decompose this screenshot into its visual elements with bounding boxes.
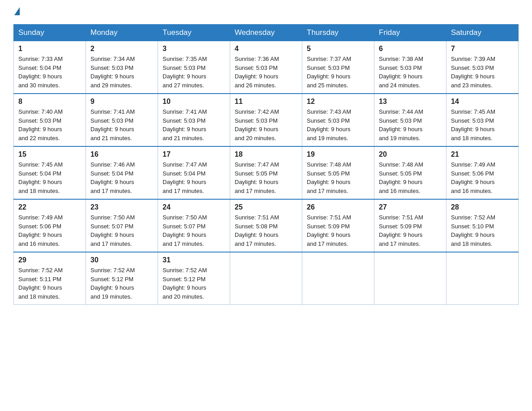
day-cell: 27 Sunrise: 7:51 AM Sunset: 5:09 PM Dayl… bbox=[374, 199, 446, 252]
day-cell: 6 Sunrise: 7:38 AM Sunset: 5:03 PM Dayli… bbox=[374, 41, 446, 94]
day-number: 10 bbox=[163, 98, 225, 106]
week-row-3: 15 Sunrise: 7:45 AM Sunset: 5:04 PM Dayl… bbox=[14, 146, 519, 199]
week-row-4: 22 Sunrise: 7:49 AM Sunset: 5:06 PM Dayl… bbox=[14, 199, 519, 252]
day-info: Sunrise: 7:35 AM Sunset: 5:03 PM Dayligh… bbox=[163, 55, 225, 90]
day-number: 3 bbox=[163, 45, 225, 53]
day-number: 27 bbox=[379, 203, 442, 211]
day-number: 13 bbox=[379, 98, 442, 106]
day-cell: 11 Sunrise: 7:42 AM Sunset: 5:03 PM Dayl… bbox=[230, 94, 302, 146]
day-cell: 13 Sunrise: 7:44 AM Sunset: 5:03 PM Dayl… bbox=[374, 94, 446, 146]
day-info: Sunrise: 7:45 AM Sunset: 5:04 PM Dayligh… bbox=[18, 160, 81, 195]
day-info: Sunrise: 7:48 AM Sunset: 5:05 PM Dayligh… bbox=[379, 160, 442, 195]
logo-triangle-icon bbox=[14, 7, 20, 15]
day-info: Sunrise: 7:36 AM Sunset: 5:03 PM Dayligh… bbox=[235, 55, 297, 90]
day-number: 17 bbox=[163, 150, 225, 158]
day-cell: 7 Sunrise: 7:39 AM Sunset: 5:03 PM Dayli… bbox=[446, 41, 519, 94]
header-cell-sunday: Sunday bbox=[14, 25, 86, 41]
day-number: 20 bbox=[379, 150, 442, 158]
calendar-body: 1 Sunrise: 7:33 AM Sunset: 5:04 PM Dayli… bbox=[14, 41, 519, 305]
header-row: SundayMondayTuesdayWednesdayThursdayFrid… bbox=[14, 25, 519, 41]
calendar-table: SundayMondayTuesdayWednesdayThursdayFrid… bbox=[13, 24, 519, 305]
day-cell: 3 Sunrise: 7:35 AM Sunset: 5:03 PM Dayli… bbox=[158, 41, 230, 94]
day-cell: 8 Sunrise: 7:40 AM Sunset: 5:03 PM Dayli… bbox=[14, 94, 86, 146]
day-number: 7 bbox=[451, 45, 514, 53]
day-info: Sunrise: 7:47 AM Sunset: 5:04 PM Dayligh… bbox=[163, 160, 225, 195]
day-info: Sunrise: 7:45 AM Sunset: 5:03 PM Dayligh… bbox=[451, 107, 514, 142]
day-number: 26 bbox=[307, 203, 369, 211]
day-info: Sunrise: 7:51 AM Sunset: 5:08 PM Dayligh… bbox=[235, 213, 297, 248]
day-number: 31 bbox=[163, 256, 225, 264]
day-info: Sunrise: 7:41 AM Sunset: 5:03 PM Dayligh… bbox=[90, 107, 153, 142]
day-number: 5 bbox=[307, 45, 369, 53]
day-number: 29 bbox=[18, 256, 81, 264]
day-info: Sunrise: 7:33 AM Sunset: 5:04 PM Dayligh… bbox=[18, 55, 81, 90]
week-row-1: 1 Sunrise: 7:33 AM Sunset: 5:04 PM Dayli… bbox=[14, 41, 519, 94]
day-number: 4 bbox=[235, 45, 297, 53]
day-info: Sunrise: 7:52 AM Sunset: 5:12 PM Dayligh… bbox=[163, 266, 225, 301]
day-number: 1 bbox=[18, 45, 81, 53]
day-cell bbox=[374, 252, 446, 305]
day-cell: 15 Sunrise: 7:45 AM Sunset: 5:04 PM Dayl… bbox=[14, 146, 86, 199]
header-cell-tuesday: Tuesday bbox=[158, 25, 230, 41]
day-cell bbox=[302, 252, 374, 305]
day-number: 23 bbox=[90, 203, 153, 211]
day-info: Sunrise: 7:39 AM Sunset: 5:03 PM Dayligh… bbox=[451, 55, 514, 90]
day-info: Sunrise: 7:38 AM Sunset: 5:03 PM Dayligh… bbox=[379, 55, 442, 90]
day-cell: 5 Sunrise: 7:37 AM Sunset: 5:03 PM Dayli… bbox=[302, 41, 374, 94]
day-number: 8 bbox=[18, 98, 81, 106]
day-number: 19 bbox=[307, 150, 369, 158]
day-cell: 30 Sunrise: 7:52 AM Sunset: 5:12 PM Dayl… bbox=[86, 252, 158, 305]
day-info: Sunrise: 7:40 AM Sunset: 5:03 PM Dayligh… bbox=[18, 107, 81, 142]
day-cell: 16 Sunrise: 7:46 AM Sunset: 5:04 PM Dayl… bbox=[86, 146, 158, 199]
day-cell: 29 Sunrise: 7:52 AM Sunset: 5:11 PM Dayl… bbox=[14, 252, 86, 305]
day-number: 15 bbox=[18, 150, 81, 158]
day-number: 30 bbox=[90, 256, 153, 264]
header-cell-saturday: Saturday bbox=[446, 25, 519, 41]
day-info: Sunrise: 7:37 AM Sunset: 5:03 PM Dayligh… bbox=[307, 55, 369, 90]
day-number: 16 bbox=[90, 150, 153, 158]
day-cell bbox=[230, 252, 302, 305]
header-cell-monday: Monday bbox=[86, 25, 158, 41]
day-number: 14 bbox=[451, 98, 514, 106]
day-info: Sunrise: 7:47 AM Sunset: 5:05 PM Dayligh… bbox=[235, 160, 297, 195]
day-number: 12 bbox=[307, 98, 369, 106]
day-cell: 19 Sunrise: 7:48 AM Sunset: 5:05 PM Dayl… bbox=[302, 146, 374, 199]
day-cell: 20 Sunrise: 7:48 AM Sunset: 5:05 PM Dayl… bbox=[374, 146, 446, 199]
day-info: Sunrise: 7:51 AM Sunset: 5:09 PM Dayligh… bbox=[307, 213, 369, 248]
day-info: Sunrise: 7:42 AM Sunset: 5:03 PM Dayligh… bbox=[235, 107, 297, 142]
day-cell: 17 Sunrise: 7:47 AM Sunset: 5:04 PM Dayl… bbox=[158, 146, 230, 199]
day-number: 9 bbox=[90, 98, 153, 106]
calendar-header: SundayMondayTuesdayWednesdayThursdayFrid… bbox=[14, 25, 519, 41]
day-cell: 4 Sunrise: 7:36 AM Sunset: 5:03 PM Dayli… bbox=[230, 41, 302, 94]
day-number: 21 bbox=[451, 150, 514, 158]
day-cell: 14 Sunrise: 7:45 AM Sunset: 5:03 PM Dayl… bbox=[446, 94, 519, 146]
day-cell: 12 Sunrise: 7:43 AM Sunset: 5:03 PM Dayl… bbox=[302, 94, 374, 146]
day-info: Sunrise: 7:52 AM Sunset: 5:12 PM Dayligh… bbox=[90, 266, 153, 301]
day-info: Sunrise: 7:52 AM Sunset: 5:11 PM Dayligh… bbox=[18, 266, 81, 301]
header-cell-friday: Friday bbox=[374, 25, 446, 41]
day-cell: 18 Sunrise: 7:47 AM Sunset: 5:05 PM Dayl… bbox=[230, 146, 302, 199]
day-cell: 23 Sunrise: 7:50 AM Sunset: 5:07 PM Dayl… bbox=[86, 199, 158, 252]
page-header bbox=[13, 9, 519, 15]
day-cell: 31 Sunrise: 7:52 AM Sunset: 5:12 PM Dayl… bbox=[158, 252, 230, 305]
day-info: Sunrise: 7:49 AM Sunset: 5:06 PM Dayligh… bbox=[18, 213, 81, 248]
day-info: Sunrise: 7:43 AM Sunset: 5:03 PM Dayligh… bbox=[307, 107, 369, 142]
day-info: Sunrise: 7:46 AM Sunset: 5:04 PM Dayligh… bbox=[90, 160, 153, 195]
day-info: Sunrise: 7:41 AM Sunset: 5:03 PM Dayligh… bbox=[163, 107, 225, 142]
day-number: 2 bbox=[90, 45, 153, 53]
day-number: 11 bbox=[235, 98, 297, 106]
week-row-5: 29 Sunrise: 7:52 AM Sunset: 5:11 PM Dayl… bbox=[14, 252, 519, 305]
day-cell: 28 Sunrise: 7:52 AM Sunset: 5:10 PM Dayl… bbox=[446, 199, 519, 252]
day-cell: 25 Sunrise: 7:51 AM Sunset: 5:08 PM Dayl… bbox=[230, 199, 302, 252]
day-cell bbox=[446, 252, 519, 305]
logo bbox=[13, 9, 20, 15]
day-info: Sunrise: 7:50 AM Sunset: 5:07 PM Dayligh… bbox=[163, 213, 225, 248]
week-row-2: 8 Sunrise: 7:40 AM Sunset: 5:03 PM Dayli… bbox=[14, 94, 519, 146]
header-cell-wednesday: Wednesday bbox=[230, 25, 302, 41]
day-cell: 9 Sunrise: 7:41 AM Sunset: 5:03 PM Dayli… bbox=[86, 94, 158, 146]
day-info: Sunrise: 7:44 AM Sunset: 5:03 PM Dayligh… bbox=[379, 107, 442, 142]
header-cell-thursday: Thursday bbox=[302, 25, 374, 41]
day-cell: 1 Sunrise: 7:33 AM Sunset: 5:04 PM Dayli… bbox=[14, 41, 86, 94]
day-cell: 10 Sunrise: 7:41 AM Sunset: 5:03 PM Dayl… bbox=[158, 94, 230, 146]
day-number: 22 bbox=[18, 203, 81, 211]
